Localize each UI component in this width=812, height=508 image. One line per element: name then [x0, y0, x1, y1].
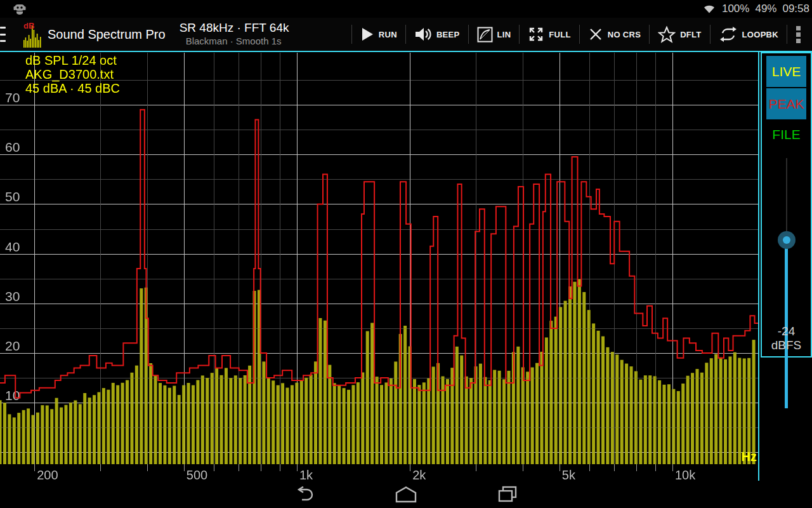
- wifi-icon: [702, 3, 716, 15]
- peak-button[interactable]: PEAK: [766, 88, 806, 119]
- back-icon: [292, 486, 314, 503]
- config-line1: SR 48kHz · FFT 64k: [180, 22, 289, 35]
- plot-annotations: dB SPL 1/24 oct AKG_D3700.txt 45 dBA · 4…: [25, 53, 120, 95]
- clock: 09:58: [782, 3, 809, 15]
- beep-button[interactable]: BEEP: [406, 18, 468, 51]
- loop-icon: [719, 26, 738, 43]
- android-nav-bar: [0, 481, 812, 508]
- hz-axis-label: Hz: [704, 450, 757, 464]
- toolbar-buttons: RUN BEEP LIN: [351, 18, 812, 51]
- expand-icon: [528, 26, 544, 43]
- lin-button[interactable]: LIN: [469, 18, 520, 51]
- gain-panel: -24 dBFS: [761, 153, 812, 358]
- live-button[interactable]: LIVE: [766, 56, 806, 87]
- star-icon: [658, 26, 676, 43]
- back-button[interactable]: [291, 485, 316, 504]
- recents-button[interactable]: [495, 485, 520, 504]
- annotation-file: AKG_D3700.txt: [25, 67, 120, 81]
- app-title: Sound Spectrum Pro: [48, 27, 166, 42]
- overflow-menu-icon[interactable]: [787, 18, 812, 51]
- run-button[interactable]: RUN: [352, 18, 405, 51]
- speaker-icon: [414, 26, 432, 43]
- no-crs-button[interactable]: NO CRS: [580, 18, 649, 51]
- home-button[interactable]: [393, 485, 419, 504]
- app-screen: 100% 49% 09:58 dB Sound Spectrum Pro SR …: [0, 0, 812, 508]
- full-button[interactable]: FULL: [520, 18, 579, 51]
- lin-scale-icon: [477, 27, 493, 43]
- toolbar: dB Sound Spectrum Pro SR 48kHz · FFT 64k…: [0, 18, 812, 52]
- file-button[interactable]: FILE: [766, 122, 806, 147]
- gain-value: -24 dBFS: [762, 324, 811, 352]
- config-line2: Blackman · Smooth 1s: [186, 36, 289, 47]
- recents-icon: [497, 486, 518, 504]
- slider-thumb[interactable]: [778, 231, 796, 249]
- annotation-levels: 45 dBA · 45 dBC: [25, 81, 120, 95]
- home-icon: [395, 486, 417, 503]
- nav-drawer-handle[interactable]: [0, 27, 8, 42]
- svg-text:dB: dB: [23, 21, 34, 30]
- aux-percent: 49%: [755, 3, 776, 15]
- trace-select-panel: LIVE PEAK FILE: [761, 52, 812, 154]
- slider-track-upper[interactable]: [786, 158, 787, 237]
- spectrum-plot[interactable]: [0, 52, 759, 481]
- x-icon: [588, 27, 603, 42]
- status-bar: 100% 49% 09:58: [0, 0, 812, 18]
- config-block: SR 48kHz · FFT 64k Blackman · Smooth 1s: [180, 22, 289, 46]
- mascot-icon: [13, 2, 27, 16]
- battery-percent: 100%: [722, 3, 749, 15]
- loopbk-button[interactable]: LOOPBK: [710, 18, 787, 51]
- annotation-mode: dB SPL 1/24 oct: [25, 53, 120, 67]
- app-logo: dB: [23, 21, 42, 48]
- dflt-button[interactable]: DFLT: [650, 18, 709, 51]
- play-icon: [360, 27, 374, 42]
